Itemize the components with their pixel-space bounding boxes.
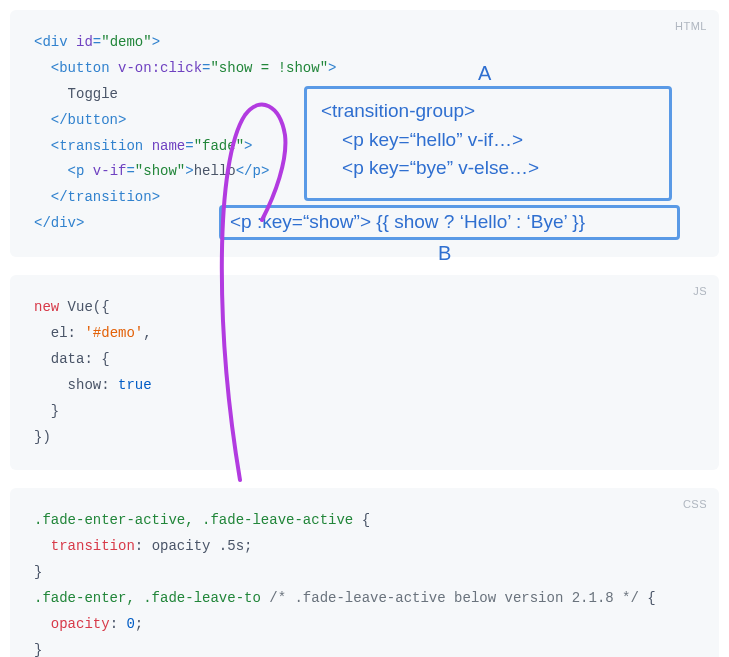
annotation-label-b: B [438,242,451,265]
code-line: show: true [34,373,695,399]
code-line: } [34,560,695,586]
code-line: <p v-if="show">hello</p> [34,159,695,185]
lang-label-js: JS [693,281,707,301]
lang-label-html: HTML [675,16,707,36]
code-line: } [34,638,695,657]
code-line: transition: opacity .5s; [34,534,695,560]
lang-label-css: CSS [683,494,707,514]
code-line: </div> [34,211,695,237]
code-line: <div id="demo"> [34,30,695,56]
code-line: }) [34,425,695,451]
code-block-js: JS new Vue({ el: '#demo', data: { show: … [10,275,719,470]
code-line: </transition> [34,185,695,211]
code-line: el: '#demo', [34,321,695,347]
code-line: <button v-on:click="show = !show"> [34,56,695,82]
code-line: </button> [34,108,695,134]
code-block-css: CSS .fade-enter-active, .fade-leave-acti… [10,488,719,657]
code-block-html: HTML <div id="demo"> <button v-on:click=… [10,10,719,257]
code-line: new Vue({ [34,295,695,321]
code-line: .fade-enter, .fade-leave-to /* .fade-lea… [34,586,695,612]
code-line: Toggle [34,82,695,108]
code-line: opacity: 0; [34,612,695,638]
code-line: } [34,399,695,425]
page-container: HTML <div id="demo"> <button v-on:click=… [0,0,729,657]
code-line: .fade-enter-active, .fade-leave-active { [34,508,695,534]
annotation-label-a: A [478,62,491,85]
code-line: data: { [34,347,695,373]
code-line: <transition name="fade"> [34,134,695,160]
